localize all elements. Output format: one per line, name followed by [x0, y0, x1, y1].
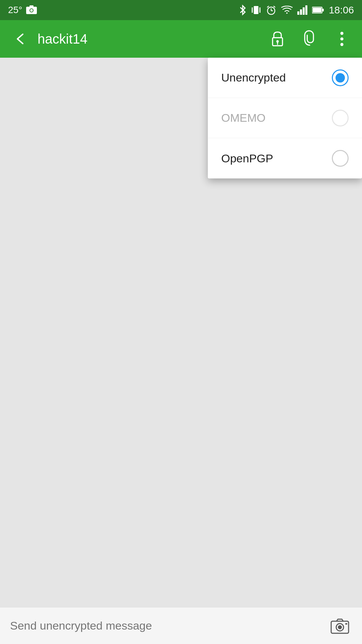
time-display: 18:06 — [329, 4, 354, 16]
unencrypted-radio[interactable] — [332, 69, 349, 86]
svg-rect-3 — [29, 5, 34, 7]
svg-rect-5 — [252, 7, 253, 13]
svg-rect-17 — [322, 9, 324, 11]
vibrate-icon — [251, 5, 261, 15]
message-input[interactable] — [10, 619, 328, 632]
signal-icon — [297, 5, 307, 15]
back-button[interactable] — [8, 27, 32, 51]
encryption-option-openpgp[interactable]: OpenPGP — [208, 138, 362, 178]
svg-line-10 — [267, 6, 269, 7]
status-right: 18:06 — [239, 4, 354, 16]
svg-point-22 — [340, 32, 343, 35]
unencrypted-label: Unencrypted — [221, 71, 286, 84]
app-bar-actions — [265, 27, 354, 51]
svg-point-2 — [30, 9, 33, 12]
svg-rect-28 — [345, 623, 347, 625]
encryption-dropdown: Unencrypted OMEMO OpenPGP — [208, 58, 362, 178]
attach-button[interactable] — [298, 27, 322, 51]
attach-icon — [304, 30, 316, 48]
encryption-option-unencrypted[interactable]: Unencrypted — [208, 58, 362, 98]
svg-rect-6 — [259, 7, 260, 13]
lock-icon — [270, 31, 285, 47]
omemo-radio[interactable] — [332, 110, 349, 126]
main-content: Unencrypted OMEMO OpenPGP — [0, 58, 362, 607]
app-bar: hackit14 — [0, 20, 362, 58]
svg-rect-13 — [300, 9, 302, 15]
bottom-bar — [0, 607, 362, 644]
temperature-display: 25° — [8, 5, 22, 15]
app-title: hackit14 — [38, 32, 265, 47]
status-bar: 25° — [0, 0, 362, 20]
wifi-icon — [281, 6, 293, 14]
svg-rect-4 — [254, 6, 258, 14]
alarm-icon — [266, 5, 277, 15]
svg-point-27 — [338, 625, 342, 629]
svg-point-24 — [340, 43, 343, 46]
more-options-icon — [340, 31, 344, 47]
status-left: 25° — [8, 5, 37, 15]
camera-button[interactable] — [328, 614, 352, 638]
bluetooth-icon — [239, 5, 246, 15]
svg-rect-12 — [297, 11, 299, 15]
photo-icon — [26, 5, 37, 15]
omemo-label: OMEMO — [221, 111, 265, 124]
openpgp-label: OpenPGP — [221, 152, 273, 165]
more-options-button[interactable] — [330, 27, 354, 51]
svg-point-23 — [340, 37, 343, 40]
encryption-option-omemo[interactable]: OMEMO — [208, 98, 362, 138]
svg-rect-15 — [305, 5, 307, 15]
svg-rect-14 — [303, 7, 305, 15]
openpgp-radio[interactable] — [332, 150, 349, 167]
battery-icon — [312, 6, 324, 14]
camera-icon — [330, 618, 349, 634]
svg-rect-18 — [313, 8, 321, 12]
lock-button[interactable] — [265, 27, 290, 51]
svg-line-11 — [274, 6, 275, 7]
